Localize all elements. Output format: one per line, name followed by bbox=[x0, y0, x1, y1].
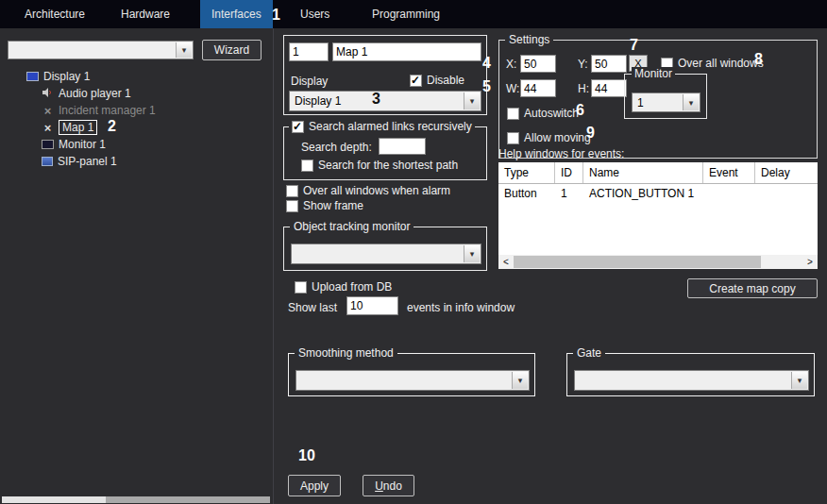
tree-item-monitor[interactable]: Monitor 1 bbox=[4, 136, 270, 153]
column-header-type[interactable]: Type bbox=[498, 162, 555, 183]
w-field[interactable] bbox=[520, 79, 556, 97]
checkbox-label: Allow moving bbox=[524, 131, 591, 144]
checkbox-label: Over all windows bbox=[678, 57, 764, 70]
annotation-9: 9 bbox=[586, 125, 595, 142]
show-last-label: Show last bbox=[288, 301, 337, 315]
annotation-3: 3 bbox=[372, 91, 380, 108]
search-depth-label: Search depth: bbox=[301, 141, 372, 155]
over-all-windows-alarm-checkbox[interactable]: Over all windows when alarm bbox=[286, 184, 450, 197]
table-row[interactable]: Button 1 ACTION_BUTTON 1 bbox=[498, 184, 818, 203]
tree-item-sip-panel[interactable]: SIP-panel 1 bbox=[4, 153, 270, 170]
tab-interfaces[interactable]: Interfaces bbox=[200, 0, 273, 28]
y-field[interactable] bbox=[591, 55, 627, 73]
checkbox-box[interactable] bbox=[292, 121, 304, 133]
tree-item-map[interactable]: × Map 1 bbox=[4, 119, 270, 136]
tree-item-label: Display 1 bbox=[43, 70, 90, 83]
create-map-copy-button[interactable]: Create map copy bbox=[687, 278, 818, 298]
autoswitch-checkbox[interactable]: Autoswitch bbox=[507, 107, 579, 120]
checkbox-box[interactable] bbox=[507, 108, 519, 120]
annotation-7: 7 bbox=[630, 37, 638, 54]
allow-moving-checkbox[interactable]: Allow moving bbox=[507, 131, 591, 144]
group-title: Gate bbox=[573, 346, 605, 360]
tree-item-label: SIP-panel 1 bbox=[58, 155, 117, 168]
group-title: Settings bbox=[505, 33, 553, 46]
smoothing-method-combo[interactable]: ▾ bbox=[295, 370, 530, 391]
group-title: Smoothing method bbox=[295, 346, 397, 360]
shortest-path-checkbox[interactable]: Search for the shortest path bbox=[301, 159, 458, 172]
tree-item-display[interactable]: Display 1 bbox=[4, 68, 270, 85]
events-table: Type ID Name Event Delay Button 1 ACTION… bbox=[498, 162, 818, 269]
display-label: Display bbox=[291, 75, 328, 89]
monitor-group: Monitor 1 ▾ bbox=[624, 74, 707, 119]
over-all-windows-checkbox[interactable]: Over all windows bbox=[661, 57, 764, 70]
column-header-id[interactable]: ID bbox=[555, 162, 583, 183]
search-depth-field[interactable] bbox=[379, 138, 426, 155]
group-title: Object tracking monitor bbox=[290, 220, 414, 233]
column-header-name[interactable]: Name bbox=[583, 162, 703, 183]
tree-item-incident-manager[interactable]: × Incident manager 1 bbox=[4, 102, 270, 119]
cell-type: Button bbox=[498, 184, 555, 203]
checkbox-box[interactable] bbox=[410, 75, 422, 87]
tab-users[interactable]: Users bbox=[289, 0, 341, 28]
object-tree: Display 1 Audio player 1 × Incident mana… bbox=[4, 68, 270, 170]
cell-delay bbox=[755, 184, 818, 203]
upload-from-db-checkbox[interactable]: Upload from DB bbox=[295, 280, 392, 294]
settings-group: Settings X: Y: X Over all windows W: H: … bbox=[498, 40, 818, 159]
tab-hardware[interactable]: Hardware bbox=[110, 0, 181, 28]
show-frame-checkbox[interactable]: Show frame bbox=[286, 199, 363, 212]
search-recursive-checkbox[interactable]: Search alarmed links recursively bbox=[289, 120, 475, 133]
scroll-right-icon[interactable]: > bbox=[802, 255, 818, 269]
sip-panel-icon bbox=[42, 157, 53, 166]
chevron-down-icon: ▾ bbox=[464, 92, 480, 109]
checkbox-label: Autoswitch bbox=[524, 107, 579, 120]
column-header-event[interactable]: Event bbox=[703, 162, 755, 183]
map-name-field[interactable] bbox=[332, 42, 481, 61]
x-icon: × bbox=[42, 105, 54, 117]
monitor-combo[interactable]: 1 ▾ bbox=[632, 92, 700, 112]
left-panel: ▾ Wizard Display 1 Audio player 1 × Inci… bbox=[0, 28, 274, 504]
wizard-button[interactable]: Wizard bbox=[202, 40, 262, 60]
apply-button[interactable]: Apply bbox=[288, 475, 341, 496]
undo-button-label: Undo bbox=[375, 479, 402, 493]
checkbox-box[interactable] bbox=[507, 132, 519, 144]
display-icon bbox=[26, 72, 39, 81]
tree-horizontal-scrollbar[interactable] bbox=[2, 496, 270, 503]
gate-combo[interactable]: ▾ bbox=[574, 370, 809, 391]
h-field[interactable] bbox=[591, 79, 627, 97]
h-label: H: bbox=[578, 82, 589, 96]
display-combo[interactable]: Display 1 ▾ bbox=[289, 91, 481, 111]
checkbox-box[interactable] bbox=[301, 160, 313, 172]
tracking-monitor-combo[interactable]: ▾ bbox=[291, 244, 481, 264]
gate-group: Gate ▾ bbox=[566, 353, 815, 396]
table-horizontal-scrollbar[interactable]: < > bbox=[498, 255, 818, 269]
events-info-label: events in info window bbox=[407, 301, 515, 315]
w-label: W: bbox=[506, 82, 519, 96]
scrollbar-thumb[interactable] bbox=[2, 496, 106, 503]
checkbox-label: Show frame bbox=[303, 199, 363, 212]
tree-item-audio-player[interactable]: Audio player 1 bbox=[4, 85, 270, 102]
tab-programming[interactable]: Programming bbox=[361, 0, 451, 28]
checkbox-box[interactable] bbox=[295, 281, 307, 294]
undo-button[interactable]: Undo bbox=[363, 475, 414, 496]
x-field[interactable] bbox=[520, 55, 556, 73]
checkbox-box[interactable] bbox=[286, 200, 298, 212]
audio-icon bbox=[42, 87, 54, 101]
tree-item-label: Monitor 1 bbox=[59, 138, 106, 151]
map-identity-group: Display Disable Display 1 ▾ bbox=[283, 35, 487, 115]
chevron-down-icon: ▾ bbox=[464, 245, 480, 262]
show-last-field[interactable] bbox=[346, 296, 398, 315]
scrollbar-thumb[interactable] bbox=[514, 256, 761, 268]
cell-event bbox=[703, 184, 755, 203]
scroll-left-icon[interactable]: < bbox=[498, 255, 514, 269]
disable-checkbox[interactable]: Disable bbox=[410, 74, 464, 87]
chevron-down-icon: ▾ bbox=[791, 372, 807, 389]
map-id-field[interactable] bbox=[289, 42, 329, 61]
group-title: Monitor bbox=[632, 67, 675, 80]
chevron-down-icon: ▾ bbox=[176, 42, 192, 58]
object-filter-combo[interactable]: ▾ bbox=[8, 41, 194, 59]
tab-architecture[interactable]: Architecture bbox=[13, 0, 96, 28]
x-label: X: bbox=[506, 58, 516, 72]
checkbox-box[interactable] bbox=[286, 185, 298, 197]
column-header-delay[interactable]: Delay bbox=[755, 162, 818, 183]
object-tracking-group: Object tracking monitor ▾ bbox=[283, 227, 487, 271]
